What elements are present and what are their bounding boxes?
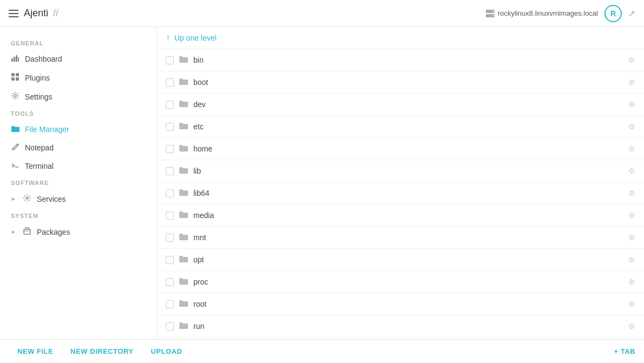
table-row[interactable]: lib ⚙ (157, 160, 644, 182)
folder-icon (179, 56, 188, 64)
file-gear-icon[interactable]: ⚙ (628, 233, 635, 242)
file-checkbox[interactable] (166, 145, 174, 153)
package-icon (23, 227, 31, 236)
folder-icon (179, 189, 188, 197)
table-row[interactable]: opt ⚙ (157, 249, 644, 271)
svg-point-2 (492, 11, 493, 12)
file-gear-icon[interactable]: ⚙ (628, 100, 635, 109)
file-name: lib (193, 167, 628, 175)
file-gear-icon[interactable]: ⚙ (628, 78, 635, 87)
bar-chart-icon (11, 55, 19, 63)
file-name: dev (193, 100, 628, 109)
file-gear-icon[interactable]: ⚙ (628, 144, 635, 153)
svg-rect-11 (16, 77, 19, 81)
table-row[interactable]: root ⚙ (157, 293, 644, 315)
table-row[interactable]: boot ⚙ (157, 71, 644, 94)
svg-point-14 (26, 197, 28, 199)
terminal-icon (11, 162, 19, 170)
up-one-level-label: Up one level (174, 34, 217, 42)
folder-icon (179, 122, 188, 131)
file-checkbox[interactable] (166, 234, 174, 242)
file-checkbox[interactable] (166, 300, 174, 308)
sidebar-item-settings[interactable]: Settings (0, 87, 157, 106)
svg-rect-9 (16, 73, 19, 76)
settings-label: Settings (25, 93, 53, 101)
sidebar-item-packages[interactable]: ► Packages (0, 222, 157, 241)
sidebar-item-services[interactable]: ► Services (0, 189, 157, 208)
new-directory-button[interactable]: NEW DIRECTORY (62, 347, 142, 355)
topbar-right: rockylinux8.linuxvmimages.local R ➚ (486, 5, 635, 22)
file-gear-icon[interactable]: ⚙ (628, 122, 635, 131)
file-name: lib64 (193, 189, 628, 197)
notepad-label: Notepad (25, 143, 54, 152)
grid-icon (11, 73, 19, 82)
file-checkbox[interactable] (166, 56, 174, 64)
table-row[interactable]: proc ⚙ (157, 271, 644, 293)
sidebar-item-notepad[interactable]: Notepad (0, 138, 157, 157)
file-gear-icon[interactable]: ⚙ (628, 322, 635, 331)
folder-icon (179, 100, 188, 109)
folder-icon (179, 78, 188, 87)
file-content: ↑ Up one level bin ⚙ boot ⚙ dev ⚙ etc ⚙ (157, 27, 644, 339)
upload-button[interactable]: UPLOAD (142, 347, 191, 355)
file-gear-icon[interactable]: ⚙ (628, 167, 635, 175)
sidebar-section-system: SYSTEM (0, 208, 157, 222)
server-name: rockylinux8.linuxvmimages.local (498, 9, 598, 17)
dashboard-label: Dashboard (25, 55, 62, 63)
brand-label: Ajenti // (24, 8, 61, 19)
table-row[interactable]: run ⚙ (157, 315, 644, 338)
sidebar-section-software: SOFTWARE (0, 175, 157, 189)
table-row[interactable]: etc ⚙ (157, 116, 644, 138)
avatar[interactable]: R (604, 5, 622, 22)
expand-icon[interactable]: ➚ (628, 8, 635, 18)
sidebar-item-file-manager[interactable]: File Manager (0, 120, 157, 138)
server-icon (486, 10, 495, 17)
file-gear-icon[interactable]: ⚙ (628, 300, 635, 308)
file-checkbox[interactable] (166, 322, 174, 331)
sidebar-item-plugins[interactable]: Plugins (0, 68, 157, 87)
svg-rect-8 (11, 73, 15, 76)
file-gear-icon[interactable]: ⚙ (628, 211, 635, 220)
table-row[interactable]: dev ⚙ (157, 94, 644, 116)
table-row[interactable]: bin ⚙ (157, 49, 644, 71)
up-one-level-row[interactable]: ↑ Up one level (157, 27, 644, 49)
file-manager-label: File Manager (25, 125, 69, 134)
packages-arrow-icon: ► (11, 229, 16, 235)
folder-icon (179, 233, 188, 242)
file-gear-icon[interactable]: ⚙ (628, 278, 635, 286)
sidebar-item-dashboard[interactable]: Dashboard (0, 50, 157, 68)
file-checkbox[interactable] (166, 78, 174, 87)
file-gear-icon[interactable]: ⚙ (628, 255, 635, 264)
file-checkbox[interactable] (166, 167, 174, 175)
bottombar: NEW FILE NEW DIRECTORY UPLOAD + TAB (0, 339, 644, 363)
table-row[interactable]: home ⚙ (157, 138, 644, 160)
server-info: rockylinux8.linuxvmimages.local (486, 9, 598, 17)
file-name: boot (193, 78, 628, 87)
table-row[interactable]: mnt ⚙ (157, 227, 644, 249)
file-gear-icon[interactable]: ⚙ (628, 56, 635, 64)
file-checkbox[interactable] (166, 101, 174, 109)
add-tab-button[interactable]: + TAB (614, 347, 635, 355)
svg-rect-7 (18, 57, 19, 62)
file-checkbox[interactable] (166, 256, 174, 264)
file-checkbox[interactable] (166, 212, 174, 220)
file-name: etc (193, 122, 628, 131)
main-layout: GENERAL Dashboard Plugins Settings TOOLS (0, 27, 644, 339)
sidebar-item-terminal[interactable]: Terminal (0, 157, 157, 175)
svg-rect-4 (11, 58, 13, 62)
file-checkbox[interactable] (166, 189, 174, 197)
table-row[interactable]: media ⚙ (157, 204, 644, 227)
file-checkbox[interactable] (166, 278, 174, 286)
hamburger-icon[interactable] (9, 10, 18, 17)
folder-icon (179, 167, 188, 175)
new-file-button[interactable]: NEW FILE (9, 347, 62, 355)
terminal-label: Terminal (25, 162, 54, 170)
file-checkbox[interactable] (166, 123, 174, 131)
file-gear-icon[interactable]: ⚙ (628, 189, 635, 197)
up-arrow-icon: ↑ (166, 33, 170, 43)
sidebar-section-general: GENERAL (0, 36, 157, 50)
svg-rect-5 (14, 57, 15, 62)
file-name: run (193, 322, 628, 331)
file-name: opt (193, 255, 628, 264)
table-row[interactable]: lib64 ⚙ (157, 182, 644, 204)
